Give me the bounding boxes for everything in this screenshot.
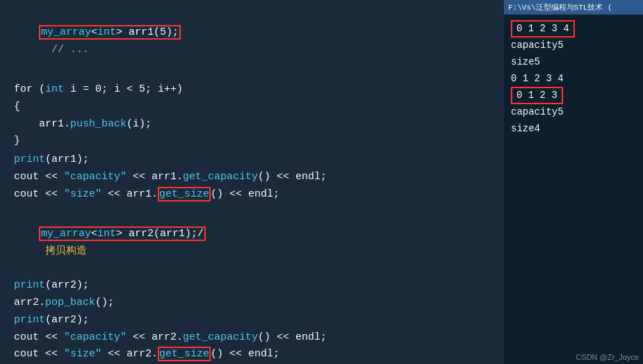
get-size-highlight-2: get_size xyxy=(158,347,211,361)
code-line-14: cout << "size" << arr2.get_size() << end… xyxy=(14,346,490,363)
arr2-declaration-highlight: my_array<int> arr2(arr1);/ xyxy=(39,226,206,241)
code-panel: my_array<int> arr1(5); // ... for (int i… xyxy=(0,0,504,364)
code-line-4: arr1.push_back(i); xyxy=(14,116,490,133)
panel-output-area: 0 1 2 3 4 capacity5 size5 0 1 2 3 4 0 1 … xyxy=(504,15,643,350)
code-line-12: print(arr2); xyxy=(14,312,490,329)
output-line-2: capacity5 xyxy=(511,38,636,54)
output-line-7: size4 xyxy=(511,121,636,138)
output-line-1: 0 1 2 3 4 xyxy=(511,20,636,38)
code-line-1: my_array<int> arr1(5); // ... xyxy=(14,7,490,76)
panel-footer-text: CSDN @Zr_Joyce xyxy=(576,353,639,361)
panel-footer: CSDN @Zr_Joyce xyxy=(504,350,643,364)
get-size-highlight-1: get_size xyxy=(158,187,211,201)
code-line-3: { xyxy=(14,99,490,116)
code-line-7: cout << "capacity" << arr1.get_capacity(… xyxy=(14,169,490,186)
output-panel: F:\Vs\泛型编程与STL技术 ( 0 1 2 3 4 capacity5 s… xyxy=(504,0,643,364)
code-line-6: print(arr1); xyxy=(14,151,490,169)
code-line-13: cout << "capacity" << arr2.get_capacity(… xyxy=(14,329,490,347)
output-line-5: 0 1 2 3 xyxy=(511,87,636,104)
output-line-4: 0 1 2 3 4 xyxy=(511,71,636,88)
code-line-2: for (int i = 0; i < 5; i++) xyxy=(14,81,490,99)
code-line-10: print(arr2); xyxy=(14,277,490,295)
output-line-6: capacity5 xyxy=(511,104,636,121)
code-line-8: cout << "size" << arr1.get_size() << end… xyxy=(14,186,490,204)
output-highlight-1: 0 1 2 3 4 xyxy=(511,20,575,38)
arr1-declaration-highlight: my_array<int> arr1(5); xyxy=(39,25,181,40)
output-highlight-2: 0 1 2 3 xyxy=(511,87,563,104)
panel-title-text: F:\Vs\泛型编程与STL技术 ( xyxy=(508,3,612,12)
code-line-11: arr2.pop_back(); xyxy=(14,295,490,312)
code-line-5: } xyxy=(14,133,490,150)
code-line-9: my_array<int> arr2(arr1);/ 拷贝构造 xyxy=(14,208,490,277)
panel-title: F:\Vs\泛型编程与STL技术 ( xyxy=(504,0,643,15)
output-line-3: size5 xyxy=(511,54,636,71)
